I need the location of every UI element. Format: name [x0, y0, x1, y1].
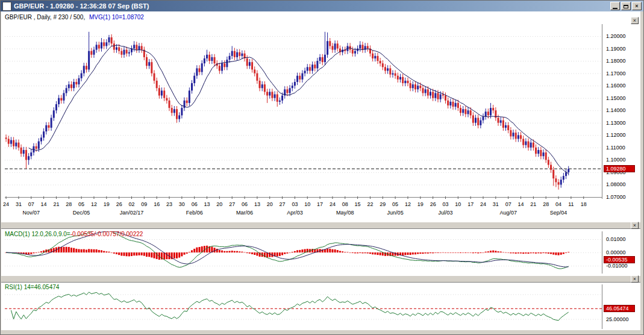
pane-separator[interactable] [1, 222, 640, 229]
app-icon [2, 2, 11, 11]
rsi-pane-close-button[interactable]: × [631, 275, 639, 283]
pane-separator[interactable] [1, 275, 640, 283]
macd-pane-header: MACD(1) 12.0,26.0,9.0=-0.00535/-0.00757/… [5, 231, 143, 237]
macd-label: MACD(1) 12.0,26.0,9.0= [5, 231, 70, 237]
macd-values: -0.00535/-0.00757/0.00222 [70, 231, 143, 237]
rsi-chart[interactable] [5, 284, 602, 329]
maximize-button[interactable] [621, 2, 631, 10]
title-bar: GBP/EUR - 1.09280 - 12:36:28 07 Sep (BST… [1, 1, 643, 11]
minimize-button[interactable] [610, 2, 620, 10]
price-chart[interactable] [5, 24, 602, 199]
price-pane-close-button[interactable]: × [631, 17, 639, 24]
price-pane-header: GBP/EUR , Daily, # 230 / 500, MVG(1) 10=… [5, 14, 144, 20]
window-controls: × [609, 2, 642, 10]
rsi-label: RSI(1) 14=46.05474 [5, 284, 59, 290]
window-title: GBP/EUR - 1.09280 - 12:36:28 07 Sep (BST… [14, 2, 609, 10]
rsi-pane-header: RSI(1) 14=46.05474 [5, 284, 59, 290]
close-button[interactable]: × [632, 2, 642, 10]
instrument-label: GBP/EUR , Daily, # 230 / 500, [5, 14, 85, 20]
macd-pane-close-button[interactable]: × [631, 222, 639, 229]
minimize-icon [613, 8, 617, 9]
mvg-label: MVG(1) 10=1.08702 [89, 14, 144, 20]
maximize-icon [624, 5, 628, 8]
macd-chart[interactable] [5, 231, 602, 274]
